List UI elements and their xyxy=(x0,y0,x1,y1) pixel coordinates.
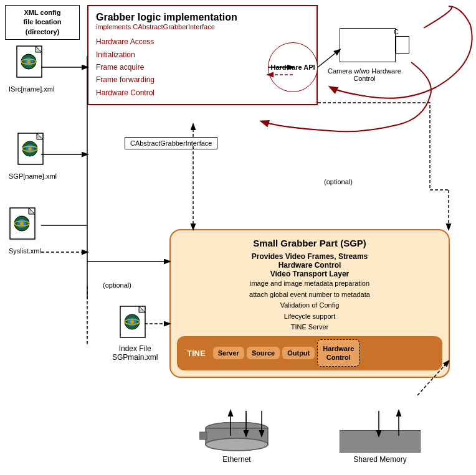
grabber-implements: implements CAbstractGrabberInterface xyxy=(96,23,309,31)
shared-memory-shape xyxy=(340,430,421,453)
camera-label: Camera w/wo Hardware Control xyxy=(324,67,405,82)
xml-config-title: XML configfile location(directory) xyxy=(9,8,75,37)
grabber-item-hardware-access: Hardware Access xyxy=(96,35,309,48)
file-icon-syslist xyxy=(9,207,41,244)
hardware-api-box: Hardware API xyxy=(268,42,318,92)
sgp-item-0: image and image metadata preparation xyxy=(181,278,439,289)
svg-point-10 xyxy=(28,147,32,151)
index-file-label2: SGPmain.xml xyxy=(112,353,158,362)
implements-prefix: implements xyxy=(96,23,133,31)
sgp-bar-source: Source xyxy=(247,347,280,359)
xml-config-box: XML configfile location(directory) xyxy=(5,5,80,40)
isrc-file-block: ISrc[name].xml xyxy=(9,45,54,93)
camera-c-label: C xyxy=(394,28,399,35)
ethernet-block: Ethernet xyxy=(199,422,274,464)
file-icon-index xyxy=(119,305,151,342)
arrow-api-to-camera xyxy=(318,50,340,67)
syslist-filename: Syslist.xml xyxy=(9,247,41,255)
isrc-filename: ISrc[name].xml xyxy=(9,85,54,93)
camera-label-text: Camera w/wo Hardware Control xyxy=(324,67,405,82)
shared-memory-block: Shared Memory xyxy=(340,430,421,464)
shared-memory-label: Shared Memory xyxy=(340,455,421,464)
syslist-file-block: Syslist.xml xyxy=(9,207,41,255)
abstract-interface-label: CAbstractGrabberInterface xyxy=(130,139,212,147)
sgp-title: Small Grabber Part (SGP) xyxy=(181,238,439,248)
grabber-title: Grabber logic implementation xyxy=(96,11,309,23)
ethernet-label: Ethernet xyxy=(199,455,274,464)
svg-point-4 xyxy=(27,60,31,63)
ethernet-cylinder xyxy=(199,422,274,452)
svg-point-16 xyxy=(20,222,24,225)
diagram: XML configfile location(directory) ISrc[… xyxy=(0,0,476,475)
optional-dashed-right xyxy=(318,103,449,190)
sgp-provides-video: Provides Video Frames, Streams xyxy=(181,252,439,261)
sgp-video-transport: Video Transport Layer xyxy=(181,270,439,278)
index-file-label1: Index File xyxy=(112,344,158,353)
implements-class: CAbstractGrabberInterface xyxy=(133,23,214,31)
sgp-file-block: SGP[name].xml xyxy=(9,132,57,180)
svg-point-22 xyxy=(130,320,134,324)
sgp-item-4: TINE Server xyxy=(181,322,439,333)
hardware-api-label: Hardware API xyxy=(270,63,315,71)
sgp-bar-hw-control: HardwareControl xyxy=(317,339,359,367)
file-icon-sgp xyxy=(17,132,49,169)
sgp-hardware-control: Hardware Control xyxy=(181,261,439,270)
abstract-interface-box: CAbstractGrabberInterface xyxy=(125,137,217,149)
sgp-bar-tine: TINE xyxy=(182,346,211,360)
grabber-item-hardware-control: Hardware Control xyxy=(96,87,309,99)
sgp-item-1: attach global event number to metadata xyxy=(181,289,439,301)
camera-lens xyxy=(396,36,409,54)
index-file-block: Index File SGPmain.xml xyxy=(112,305,158,362)
camera-box xyxy=(340,28,396,62)
sgp-bar-server: Server xyxy=(213,347,244,359)
optional-label-1: (optional) xyxy=(324,178,353,186)
optional-label-2: (optional) xyxy=(103,281,131,289)
svg-rect-27 xyxy=(199,432,207,440)
sgp-bar-output: Output xyxy=(282,347,315,359)
sgp-item-2: Validation of Config xyxy=(181,300,439,311)
sgp-box: Small Grabber Part (SGP) Provides Video … xyxy=(169,229,450,378)
sgp-item-3: Lifecycle support xyxy=(181,311,439,322)
file-icon-isrc xyxy=(16,45,48,82)
svg-point-26 xyxy=(206,438,268,451)
sgp-normal-items: image and image metadata preparation att… xyxy=(181,278,439,333)
sgp-filename: SGP[name].xml xyxy=(9,172,57,180)
sgp-bottom-bar: TINE Server Source Output HardwareContro… xyxy=(177,336,442,370)
